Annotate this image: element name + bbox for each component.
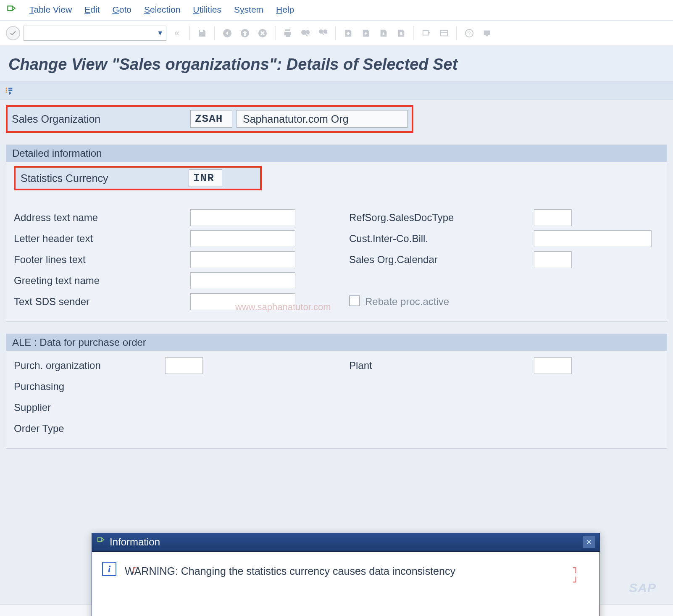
svg-rect-7 <box>484 31 490 35</box>
last-page-icon[interactable] <box>394 26 408 40</box>
back-icon[interactable] <box>220 26 234 40</box>
content-area: Sales Organization ZSAH Saphanatutor.com… <box>0 100 673 604</box>
field-label: Order Type <box>14 423 165 434</box>
footer-lines-text-field[interactable] <box>190 251 295 268</box>
print-icon[interactable] <box>281 26 295 40</box>
menu-selection[interactable]: Selection <box>144 5 180 15</box>
field-label: Purch. organization <box>14 360 165 371</box>
svg-rect-4 <box>441 31 448 36</box>
group-title: ALE : Data for purchase order <box>6 334 667 351</box>
sales-org-header: Sales Organization ZSAH Saphanatutor.com… <box>6 105 413 133</box>
new-session-icon[interactable] <box>419 26 434 40</box>
greeting-text-name-field[interactable] <box>190 272 295 289</box>
dialog-message: WARNING: Changing the statistics currenc… <box>125 562 455 581</box>
command-field[interactable]: ▼ <box>24 26 166 41</box>
sales-org-calendar-field[interactable] <box>534 251 572 268</box>
field-label: Purchasing <box>14 381 165 392</box>
exit-icon[interactable] <box>238 26 252 40</box>
nav-back-icon[interactable]: « <box>170 26 184 40</box>
sales-org-desc[interactable]: Saphanatutor.com Org <box>237 110 407 128</box>
bracket-icon: ┐ <box>573 563 578 573</box>
menu-table-view[interactable]: Table View <box>29 5 72 15</box>
field-label: Cust.Inter-Co.Bill. <box>349 233 534 245</box>
svg-text:?: ? <box>468 30 471 37</box>
toolbar-separator <box>335 26 336 40</box>
field-label: Address text name <box>14 212 190 224</box>
expand-collapse-icon[interactable] <box>4 86 14 96</box>
find-icon[interactable] <box>298 26 313 40</box>
prev-page-icon[interactable] <box>359 26 373 40</box>
sales-org-code[interactable]: ZSAH <box>190 110 232 128</box>
sales-org-label: Sales Organization <box>12 113 186 125</box>
field-label: RefSorg.SalesDocType <box>349 212 534 224</box>
save-icon[interactable] <box>195 26 209 40</box>
cust-interco-bill-field[interactable] <box>534 230 652 247</box>
toolbar-separator <box>275 26 276 40</box>
toolbar-separator <box>189 26 190 40</box>
sap-menu-icon[interactable] <box>6 4 17 15</box>
first-page-icon[interactable] <box>341 26 355 40</box>
field-label: Letter header text <box>14 233 190 245</box>
page-title: Change View "Sales organizations": Detai… <box>0 46 673 82</box>
help-icon[interactable]: ? <box>462 26 476 40</box>
statistics-currency-label: Statistics Currency <box>21 172 189 184</box>
field-label: Footer lines text <box>14 254 190 266</box>
bracket-icon: ┌ <box>131 563 136 573</box>
information-dialog: Information ┌ ┐ ┘ i WARNING: Changing th… <box>92 533 600 616</box>
purch-organization-field[interactable] <box>165 357 203 374</box>
info-icon: i <box>102 562 116 576</box>
chevron-down-icon[interactable]: ▼ <box>157 29 163 37</box>
system-toolbar: ▼ « ? <box>0 21 673 46</box>
statistics-currency-field[interactable]: INR <box>189 169 222 187</box>
bracket-icon: ┘ <box>573 577 578 587</box>
enter-button[interactable] <box>6 26 20 40</box>
sap-dialog-icon <box>96 536 105 548</box>
group-title: Detailed information <box>6 145 667 162</box>
toolbar-separator <box>214 26 215 40</box>
field-label: Sales Org.Calendar <box>349 254 534 266</box>
application-toolbar <box>0 82 673 100</box>
svg-rect-10 <box>6 90 7 91</box>
ref-sorg-doctype-field[interactable] <box>534 209 572 226</box>
right-column: RefSorg.SalesDocType Cust.Inter-Co.Bill.… <box>349 207 659 312</box>
toolbar-separator <box>456 26 457 40</box>
toolbar-separator <box>413 26 414 40</box>
menu-edit[interactable]: Edit <box>84 5 100 15</box>
menu-bar: Table View Edit Goto Selection Utilities… <box>0 0 673 21</box>
layout-icon[interactable] <box>437 26 451 40</box>
field-label: Greeting text name <box>14 275 190 287</box>
watermark-text: www.saphanatutor.com <box>235 302 331 313</box>
find-next-icon[interactable] <box>316 26 330 40</box>
menu-utilities[interactable]: Utilities <box>193 5 221 15</box>
svg-rect-11 <box>6 91 7 92</box>
rebate-proc-active-label: Rebate proc.active <box>365 296 449 308</box>
dialog-title: Information <box>110 536 160 548</box>
menu-system[interactable]: System <box>234 5 263 15</box>
svg-rect-9 <box>6 87 7 89</box>
field-label: Supplier <box>14 402 165 413</box>
menu-goto[interactable]: Goto <box>112 5 131 15</box>
group-detailed-info: Detailed information Statistics Currency… <box>6 145 667 322</box>
local-layout-icon[interactable] <box>480 26 494 40</box>
address-text-name-field[interactable] <box>190 209 295 226</box>
plant-field[interactable] <box>534 357 572 374</box>
close-button[interactable] <box>583 536 595 548</box>
svg-rect-3 <box>423 31 429 35</box>
letter-header-text-field[interactable] <box>190 230 295 247</box>
field-label: Plant <box>349 360 534 371</box>
left-column: Address text name Letter header text Foo… <box>14 207 324 312</box>
svg-rect-8 <box>486 35 488 37</box>
next-page-icon[interactable] <box>376 26 391 40</box>
field-label: Text SDS sender <box>14 296 190 308</box>
rebate-proc-active-checkbox[interactable] <box>349 295 360 306</box>
sap-logo: SAP <box>629 581 656 595</box>
statistics-currency-row: Statistics Currency INR <box>14 166 262 190</box>
group-ale-purchase: ALE : Data for purchase order Purch. org… <box>6 334 667 449</box>
menu-help[interactable]: Help <box>276 5 294 15</box>
cancel-icon[interactable] <box>255 26 270 40</box>
